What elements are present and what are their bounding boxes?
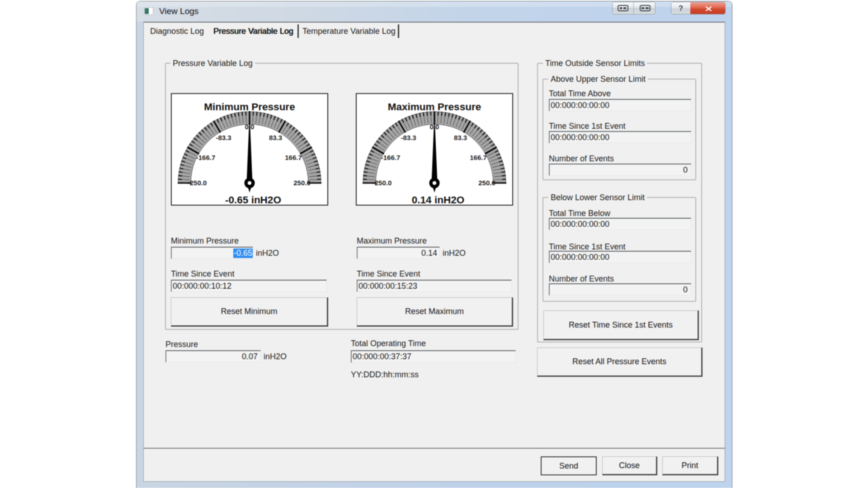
svg-text:-0.65 inH2O: -0.65 inH2O	[225, 194, 281, 206]
svg-text:250.0: 250.0	[293, 179, 311, 187]
svg-text:-83.3: -83.3	[401, 134, 416, 141]
svg-text:-166.7: -166.7	[196, 154, 216, 161]
svg-text:0.14 inH2O: 0.14 inH2O	[412, 194, 464, 206]
svg-text:166.7: 166.7	[470, 154, 487, 161]
svg-text:83.3: 83.3	[269, 134, 282, 141]
svg-text:Maximum Pressure: Maximum Pressure	[388, 101, 481, 113]
svg-text:-250.0: -250.0	[188, 179, 207, 187]
svg-text:Minimum Pressure: Minimum Pressure	[204, 101, 295, 113]
svg-text:166.7: 166.7	[285, 154, 302, 161]
svg-text:250.0: 250.0	[478, 179, 495, 187]
svg-text:-83.3: -83.3	[216, 134, 231, 141]
svg-text:-166.7: -166.7	[381, 154, 401, 161]
svg-text:-250.0: -250.0	[373, 179, 392, 187]
svg-text:83.3: 83.3	[454, 134, 467, 141]
